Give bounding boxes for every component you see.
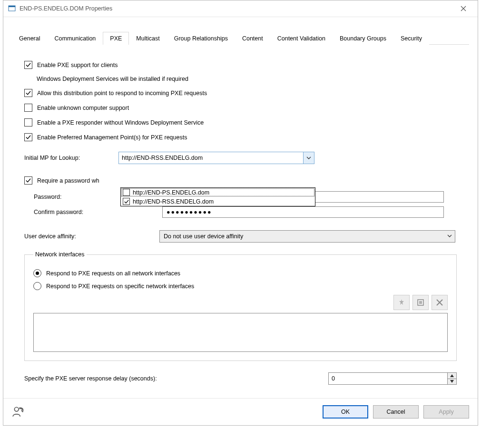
enable-pxe-label: Enable PXE support for clients [37, 62, 118, 68]
require-pw-row: Require a password wh [24, 176, 457, 185]
tab-general[interactable]: General [12, 32, 47, 45]
initial-mp-row: Initial MP for Lookup: [24, 152, 457, 164]
delay-spin-up[interactable] [448, 373, 456, 379]
app-icon [8, 5, 16, 12]
window-title: END-PS.ENDELG.DOM Properties [20, 5, 454, 12]
mp-option-1[interactable]: http://END-RSS.ENDELG.dom [121, 197, 315, 206]
interfaces-list[interactable] [33, 313, 448, 352]
tab-boundary-groups[interactable]: Boundary Groups [333, 32, 393, 45]
initial-mp-input[interactable] [119, 152, 303, 164]
allow-respond-row: Allow this distribution point to respond… [24, 89, 457, 97]
mp-option-0-label: http://END-PS.ENDELG.dom [133, 189, 209, 196]
pxe-pane: Enable PXE support for clients Windows D… [12, 45, 469, 393]
tab-content-validation[interactable]: Content Validation [270, 32, 333, 45]
chevron-down-icon [447, 233, 452, 240]
enable-pxe-row: Enable PXE support for clients [24, 61, 457, 69]
uda-label: User device affinity: [24, 233, 159, 240]
netif-all-label: Respond to PXE requests on all network i… [46, 270, 180, 277]
add-interface-button[interactable] [393, 295, 410, 310]
pref-mp-label: Enable Preferred Management Point(s) for… [37, 134, 187, 141]
properties-dialog: END-PS.ENDELG.DOM Properties General Com… [3, 0, 478, 426]
uda-select[interactable]: Do not use user device affinity [159, 230, 455, 243]
delay-row: Specify the PXE server response delay (s… [24, 372, 457, 385]
edit-interface-button[interactable] [412, 295, 429, 310]
allow-respond-label: Allow this distribution point to respond… [37, 90, 207, 97]
unknown-checkbox[interactable] [24, 104, 32, 112]
enable-pxe-checkbox[interactable] [24, 61, 32, 69]
tab-security[interactable]: Security [393, 32, 429, 45]
netif-all-radio[interactable] [33, 269, 41, 277]
require-pw-label: Require a password wh [37, 177, 99, 184]
tab-multicast[interactable]: Multicast [129, 32, 167, 45]
require-pw-checkbox[interactable] [24, 176, 32, 185]
tab-communication[interactable]: Communication [47, 32, 103, 45]
pref-mp-checkbox[interactable] [24, 133, 32, 141]
cancel-button[interactable]: Cancel [373, 405, 419, 419]
wds-note: Windows Deployment Services will be inst… [37, 76, 457, 82]
delay-spin-buttons [447, 373, 456, 384]
netif-specific-radio[interactable] [33, 282, 41, 290]
netif-specific-row: Respond to PXE requests on specific netw… [33, 282, 448, 290]
delay-spinner[interactable] [328, 372, 457, 385]
unknown-row: Enable unknown computer support [24, 104, 457, 112]
initial-mp-combo[interactable] [118, 152, 314, 164]
delay-label: Specify the PXE server response delay (s… [24, 375, 328, 382]
netif-toolbar [33, 295, 448, 310]
unknown-label: Enable unknown computer support [37, 105, 129, 111]
network-interfaces-legend: Network interfaces [33, 251, 87, 258]
confirm-password-input[interactable] [162, 206, 444, 218]
dialog-footer: OK Cancel Apply [3, 398, 478, 425]
confirm-password-label: Confirm password: [24, 209, 162, 215]
initial-mp-dropdown[interactable]: http://END-PS.ENDELG.dom http://END-RSS.… [120, 187, 315, 206]
tab-content[interactable]: Content [235, 32, 270, 45]
network-interfaces-group: Network interfaces Respond to PXE reques… [24, 251, 457, 361]
tab-group-relationships[interactable]: Group Relationships [167, 32, 235, 45]
initial-mp-drop-button[interactable] [303, 152, 314, 164]
initial-mp-label: Initial MP for Lookup: [24, 155, 118, 161]
apply-button[interactable]: Apply [423, 405, 469, 419]
feedback-icon[interactable] [12, 406, 24, 418]
netif-all-row: Respond to PXE requests on all network i… [33, 269, 448, 277]
uda-value: Do not use user device affinity [164, 233, 243, 240]
titlebar: END-PS.ENDELG.DOM Properties [3, 0, 478, 17]
delay-input[interactable] [329, 373, 447, 384]
tab-pxe[interactable]: PXE [103, 32, 129, 45]
close-button[interactable] [454, 0, 473, 17]
responder-row: Enable a PXE responder without Windows D… [24, 118, 457, 127]
responder-checkbox[interactable] [24, 118, 32, 127]
allow-respond-checkbox[interactable] [24, 89, 32, 97]
delete-interface-button[interactable] [432, 295, 448, 310]
svg-rect-1 [9, 6, 15, 7]
ok-button[interactable]: OK [323, 405, 368, 419]
mp-option-1-label: http://END-RSS.ENDELG.dom [133, 198, 214, 205]
mp-option-0[interactable]: http://END-PS.ENDELG.dom [121, 188, 315, 197]
svg-point-4 [14, 407, 19, 411]
dialog-body: General Communication PXE Multicast Grou… [3, 17, 478, 398]
delay-spin-down[interactable] [448, 379, 456, 385]
mp-option-0-checkbox[interactable] [123, 189, 130, 196]
pref-mp-row: Enable Preferred Management Point(s) for… [24, 133, 457, 141]
mp-option-1-checkbox[interactable] [123, 198, 130, 205]
confirm-password-row: Confirm password: [24, 206, 457, 218]
uda-row: User device affinity: Do not use user de… [24, 230, 457, 243]
responder-label: Enable a PXE responder without Windows D… [37, 119, 204, 126]
svg-rect-3 [419, 301, 422, 304]
netif-specific-label: Respond to PXE requests on specific netw… [46, 283, 194, 290]
tab-strip: General Communication PXE Multicast Grou… [12, 31, 469, 45]
